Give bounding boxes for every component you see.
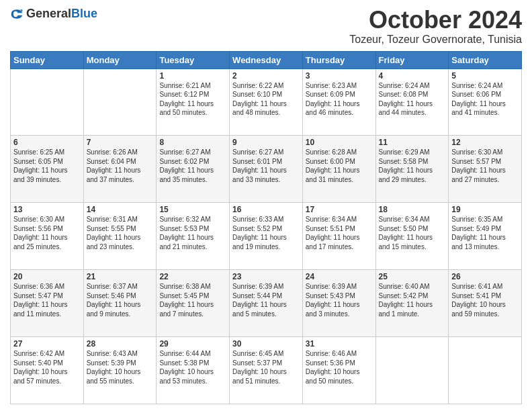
day-number: 18 bbox=[379, 205, 446, 214]
calendar-cell: 22Sunrise: 6:38 AM Sunset: 5:45 PM Dayli… bbox=[157, 270, 230, 337]
day-info: Sunrise: 6:28 AM Sunset: 6:00 PM Dayligh… bbox=[306, 148, 373, 184]
header: GeneralBlue October 2024 Tozeur, Tozeur … bbox=[10, 7, 522, 46]
day-info: Sunrise: 6:24 AM Sunset: 6:06 PM Dayligh… bbox=[451, 81, 519, 118]
calendar-cell: 19Sunrise: 6:35 AM Sunset: 5:49 PM Dayli… bbox=[449, 203, 522, 270]
day-number: 20 bbox=[13, 272, 81, 281]
day-info: Sunrise: 6:21 AM Sunset: 6:12 PM Dayligh… bbox=[159, 81, 226, 118]
day-of-week-header: Friday bbox=[375, 51, 449, 68]
day-info: Sunrise: 6:45 AM Sunset: 5:37 PM Dayligh… bbox=[232, 349, 300, 385]
logo: GeneralBlue bbox=[10, 7, 97, 21]
calendar-cell: 1Sunrise: 6:21 AM Sunset: 6:12 PM Daylig… bbox=[157, 68, 230, 136]
calendar-cell bbox=[11, 68, 84, 136]
day-number: 31 bbox=[306, 339, 373, 349]
calendar-cell: 4Sunrise: 6:24 AM Sunset: 6:08 PM Daylig… bbox=[375, 68, 449, 136]
calendar-cell: 6Sunrise: 6:25 AM Sunset: 6:05 PM Daylig… bbox=[11, 136, 84, 203]
day-number: 19 bbox=[451, 205, 519, 214]
calendar-body: 1Sunrise: 6:21 AM Sunset: 6:12 PM Daylig… bbox=[11, 68, 522, 404]
calendar-cell: 25Sunrise: 6:40 AM Sunset: 5:42 PM Dayli… bbox=[375, 270, 449, 337]
day-number: 4 bbox=[379, 71, 446, 81]
calendar-header-row: SundayMondayTuesdayWednesdayThursdayFrid… bbox=[11, 51, 522, 68]
day-info: Sunrise: 6:30 AM Sunset: 5:56 PM Dayligh… bbox=[13, 215, 81, 251]
day-number: 1 bbox=[159, 71, 226, 81]
day-info: Sunrise: 6:42 AM Sunset: 5:40 PM Dayligh… bbox=[13, 349, 81, 385]
day-info: Sunrise: 6:39 AM Sunset: 5:43 PM Dayligh… bbox=[306, 282, 373, 318]
day-info: Sunrise: 6:31 AM Sunset: 5:55 PM Dayligh… bbox=[87, 215, 154, 251]
day-number: 6 bbox=[13, 138, 81, 147]
day-number: 23 bbox=[232, 272, 300, 281]
calendar-cell: 5Sunrise: 6:24 AM Sunset: 6:06 PM Daylig… bbox=[449, 68, 522, 136]
day-number: 8 bbox=[159, 138, 226, 147]
calendar-cell: 11Sunrise: 6:29 AM Sunset: 5:58 PM Dayli… bbox=[375, 136, 449, 203]
location-title: Tozeur, Tozeur Governorate, Tunisia bbox=[349, 34, 522, 46]
calendar-cell: 17Sunrise: 6:34 AM Sunset: 5:51 PM Dayli… bbox=[302, 203, 375, 270]
logo-blue: Blue bbox=[71, 7, 97, 20]
day-number: 25 bbox=[379, 272, 446, 281]
day-number: 2 bbox=[232, 71, 300, 81]
day-number: 15 bbox=[159, 205, 226, 214]
calendar-cell: 9Sunrise: 6:27 AM Sunset: 6:01 PM Daylig… bbox=[230, 136, 303, 203]
calendar: SundayMondayTuesdayWednesdayThursdayFrid… bbox=[10, 51, 522, 404]
day-number: 9 bbox=[232, 138, 300, 147]
day-info: Sunrise: 6:39 AM Sunset: 5:44 PM Dayligh… bbox=[232, 282, 300, 318]
calendar-cell: 10Sunrise: 6:28 AM Sunset: 6:00 PM Dayli… bbox=[302, 136, 375, 203]
day-info: Sunrise: 6:25 AM Sunset: 6:05 PM Dayligh… bbox=[13, 148, 81, 184]
day-of-week-header: Sunday bbox=[11, 51, 84, 68]
day-info: Sunrise: 6:29 AM Sunset: 5:58 PM Dayligh… bbox=[379, 148, 446, 184]
day-number: 3 bbox=[306, 71, 373, 81]
calendar-cell: 29Sunrise: 6:44 AM Sunset: 5:38 PM Dayli… bbox=[157, 337, 230, 404]
day-number: 29 bbox=[159, 339, 226, 349]
calendar-cell: 18Sunrise: 6:34 AM Sunset: 5:50 PM Dayli… bbox=[375, 203, 449, 270]
day-number: 27 bbox=[13, 339, 81, 349]
day-info: Sunrise: 6:37 AM Sunset: 5:46 PM Dayligh… bbox=[87, 282, 154, 318]
day-number: 13 bbox=[13, 205, 81, 214]
calendar-cell: 20Sunrise: 6:36 AM Sunset: 5:47 PM Dayli… bbox=[11, 270, 84, 337]
day-info: Sunrise: 6:33 AM Sunset: 5:52 PM Dayligh… bbox=[232, 215, 300, 251]
calendar-cell: 27Sunrise: 6:42 AM Sunset: 5:40 PM Dayli… bbox=[11, 337, 84, 404]
day-number: 11 bbox=[379, 138, 446, 147]
day-number: 10 bbox=[306, 138, 373, 147]
day-info: Sunrise: 6:44 AM Sunset: 5:38 PM Dayligh… bbox=[159, 349, 226, 385]
calendar-week-row: 1Sunrise: 6:21 AM Sunset: 6:12 PM Daylig… bbox=[11, 68, 522, 136]
day-number: 16 bbox=[232, 205, 300, 214]
day-number: 26 bbox=[451, 272, 519, 281]
day-info: Sunrise: 6:23 AM Sunset: 6:09 PM Dayligh… bbox=[306, 81, 373, 118]
day-of-week-header: Saturday bbox=[449, 51, 522, 68]
calendar-cell bbox=[83, 68, 157, 136]
logo-icon bbox=[10, 7, 24, 21]
calendar-week-row: 20Sunrise: 6:36 AM Sunset: 5:47 PM Dayli… bbox=[11, 270, 522, 337]
calendar-cell: 7Sunrise: 6:26 AM Sunset: 6:04 PM Daylig… bbox=[83, 136, 157, 203]
logo-general: General bbox=[26, 7, 71, 20]
calendar-cell: 26Sunrise: 6:41 AM Sunset: 5:41 PM Dayli… bbox=[449, 270, 522, 337]
calendar-cell: 15Sunrise: 6:32 AM Sunset: 5:53 PM Dayli… bbox=[157, 203, 230, 270]
calendar-cell: 14Sunrise: 6:31 AM Sunset: 5:55 PM Dayli… bbox=[83, 203, 157, 270]
calendar-week-row: 6Sunrise: 6:25 AM Sunset: 6:05 PM Daylig… bbox=[11, 136, 522, 203]
calendar-cell: 3Sunrise: 6:23 AM Sunset: 6:09 PM Daylig… bbox=[302, 68, 375, 136]
day-of-week-header: Monday bbox=[83, 51, 157, 68]
day-info: Sunrise: 6:40 AM Sunset: 5:42 PM Dayligh… bbox=[379, 282, 446, 318]
day-info: Sunrise: 6:46 AM Sunset: 5:36 PM Dayligh… bbox=[306, 349, 373, 385]
day-info: Sunrise: 6:41 AM Sunset: 5:41 PM Dayligh… bbox=[451, 282, 519, 318]
day-info: Sunrise: 6:34 AM Sunset: 5:51 PM Dayligh… bbox=[306, 215, 373, 251]
day-info: Sunrise: 6:24 AM Sunset: 6:08 PM Dayligh… bbox=[379, 81, 446, 118]
day-of-week-header: Wednesday bbox=[230, 51, 303, 68]
day-number: 17 bbox=[306, 205, 373, 214]
calendar-cell: 16Sunrise: 6:33 AM Sunset: 5:52 PM Dayli… bbox=[230, 203, 303, 270]
day-of-week-header: Tuesday bbox=[157, 51, 230, 68]
day-number: 7 bbox=[87, 138, 154, 147]
calendar-cell: 8Sunrise: 6:27 AM Sunset: 6:02 PM Daylig… bbox=[157, 136, 230, 203]
calendar-cell: 13Sunrise: 6:30 AM Sunset: 5:56 PM Dayli… bbox=[11, 203, 84, 270]
calendar-cell bbox=[375, 337, 449, 404]
day-info: Sunrise: 6:43 AM Sunset: 5:39 PM Dayligh… bbox=[87, 349, 154, 385]
calendar-cell: 23Sunrise: 6:39 AM Sunset: 5:44 PM Dayli… bbox=[230, 270, 303, 337]
day-info: Sunrise: 6:30 AM Sunset: 5:57 PM Dayligh… bbox=[451, 148, 519, 184]
day-number: 28 bbox=[87, 339, 154, 349]
calendar-cell: 12Sunrise: 6:30 AM Sunset: 5:57 PM Dayli… bbox=[449, 136, 522, 203]
day-info: Sunrise: 6:32 AM Sunset: 5:53 PM Dayligh… bbox=[159, 215, 226, 251]
day-info: Sunrise: 6:22 AM Sunset: 6:10 PM Dayligh… bbox=[232, 81, 300, 118]
day-info: Sunrise: 6:27 AM Sunset: 6:01 PM Dayligh… bbox=[232, 148, 300, 184]
calendar-cell: 21Sunrise: 6:37 AM Sunset: 5:46 PM Dayli… bbox=[83, 270, 157, 337]
calendar-cell: 30Sunrise: 6:45 AM Sunset: 5:37 PM Dayli… bbox=[230, 337, 303, 404]
day-number: 21 bbox=[87, 272, 154, 281]
day-number: 24 bbox=[306, 272, 373, 281]
day-info: Sunrise: 6:38 AM Sunset: 5:45 PM Dayligh… bbox=[159, 282, 226, 318]
